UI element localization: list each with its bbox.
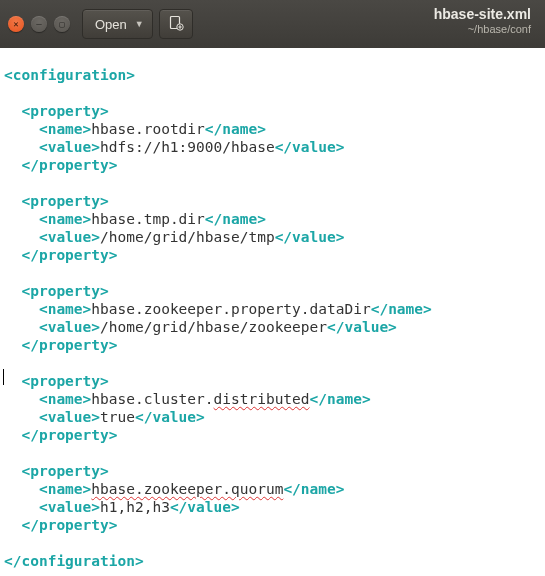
open-button-label: Open bbox=[95, 17, 127, 32]
text-cursor bbox=[3, 369, 4, 385]
minimize-icon[interactable]: – bbox=[31, 16, 47, 32]
close-icon[interactable]: ✕ bbox=[8, 16, 24, 32]
title-block: hbase-site.xml ~/hbase/conf bbox=[434, 6, 531, 36]
document-path: ~/hbase/conf bbox=[434, 23, 531, 36]
new-tab-button[interactable] bbox=[159, 9, 193, 39]
window-controls: ✕ – ▢ bbox=[8, 16, 70, 32]
open-button[interactable]: Open ▼ bbox=[82, 9, 153, 39]
editor-viewport[interactable]: <configuration> <property> <name>hbase.r… bbox=[0, 48, 545, 572]
code-content: <configuration> <property> <name>hbase.r… bbox=[4, 67, 432, 569]
document-title: hbase-site.xml bbox=[434, 6, 531, 23]
window-titlebar: ✕ – ▢ Open ▼ hbase-site.xml ~/hbase/conf bbox=[0, 0, 545, 48]
new-document-icon bbox=[168, 15, 184, 34]
maximize-icon[interactable]: ▢ bbox=[54, 16, 70, 32]
chevron-down-icon: ▼ bbox=[135, 19, 144, 29]
